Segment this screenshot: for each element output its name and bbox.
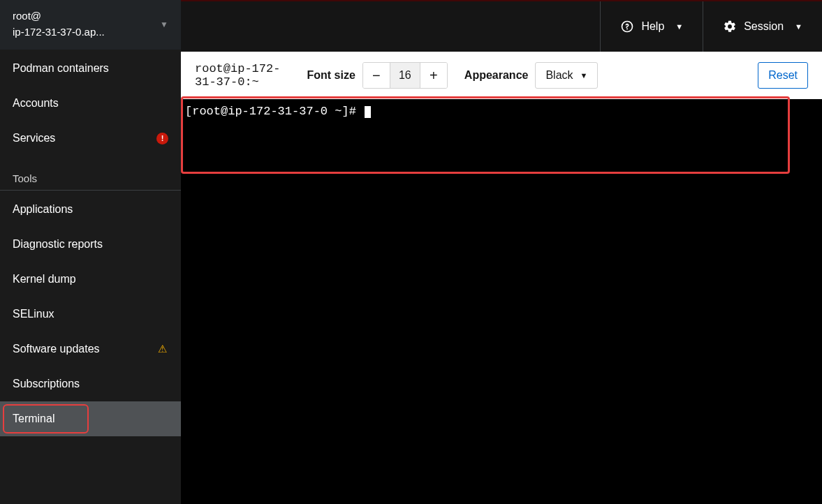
- chevron-down-icon: ▼: [795, 22, 802, 31]
- host-user: root@: [13, 8, 105, 24]
- help-icon: [620, 20, 634, 34]
- sidebar-item-podman-containers[interactable]: Podman containers: [0, 51, 181, 86]
- host-name: ip-172-31-37-0.ap...: [13, 24, 105, 40]
- fontsize-value: 16: [390, 63, 420, 88]
- sidebar-item-label: Podman containers: [13, 62, 109, 75]
- sidebar-item-label: SELinux: [13, 308, 54, 320]
- sidebar-item-selinux[interactable]: SELinux: [0, 297, 181, 332]
- host-text: root@ ip-172-31-37-0.ap...: [13, 8, 105, 40]
- sidebar-item-label: Accounts: [13, 97, 59, 110]
- sidebar-item-diagnostic-reports[interactable]: Diagnostic reports: [0, 227, 181, 262]
- appearance-label: Appearance: [464, 69, 529, 82]
- session-menu[interactable]: Session ▼: [703, 1, 822, 52]
- chevron-down-icon: ▼: [160, 20, 168, 29]
- help-label: Help: [641, 20, 664, 33]
- appearance-value: Black: [545, 69, 573, 82]
- gear-icon: [723, 20, 737, 34]
- sidebar-item-label: Kernel dump: [13, 273, 76, 286]
- sidebar-item-software-updates[interactable]: Software updates⚠: [0, 332, 181, 366]
- sidebar-item-applications[interactable]: Applications: [0, 192, 181, 227]
- sidebar-item-label: Diagnostic reports: [13, 238, 103, 251]
- session-label: Session: [744, 20, 784, 33]
- help-menu[interactable]: Help ▼: [600, 1, 703, 52]
- sidebar-item-kernel-dump[interactable]: Kernel dump: [0, 262, 181, 297]
- sidebar-item-label: Subscriptions: [13, 378, 80, 390]
- terminal-cursor: [365, 106, 371, 118]
- fontsize-label: Font size: [307, 69, 355, 82]
- fontsize-decrease-button[interactable]: −: [363, 63, 390, 88]
- terminal[interactable]: [root@ip-172-31-37-0 ~]#: [181, 99, 822, 124]
- terminal-prompt: [root@ip-172-31-37-0 ~]#: [185, 105, 363, 118]
- reset-button[interactable]: Reset: [758, 62, 808, 89]
- sidebar-item-label: Applications: [13, 203, 73, 216]
- fontsize-stepper: − 16 +: [362, 62, 448, 89]
- alert-icon: !: [156, 133, 168, 144]
- sidebar-item-label: Software updates: [13, 343, 100, 355]
- chevron-down-icon: ▼: [580, 71, 588, 80]
- tools-section-label: Tools: [0, 156, 181, 191]
- warning-icon: ⚠: [156, 343, 168, 355]
- sidebar-item-subscriptions[interactable]: Subscriptions: [0, 366, 181, 401]
- appearance-select[interactable]: Black ▼: [535, 62, 598, 89]
- sidebar-item-accounts[interactable]: Accounts: [0, 86, 181, 121]
- sidebar-item-terminal[interactable]: Terminal: [0, 401, 181, 436]
- sidebar-item-services[interactable]: Services!: [0, 121, 181, 156]
- fontsize-increase-button[interactable]: +: [420, 63, 447, 88]
- sidebar-item-label: Terminal: [13, 413, 54, 425]
- chevron-down-icon: ▼: [675, 22, 683, 31]
- sidebar-item-label: Services: [13, 132, 55, 144]
- host-selector[interactable]: root@ ip-172-31-37-0.ap... ▼: [0, 0, 181, 50]
- terminal-path: root@ip-172-31-37-0:~: [195, 62, 291, 89]
